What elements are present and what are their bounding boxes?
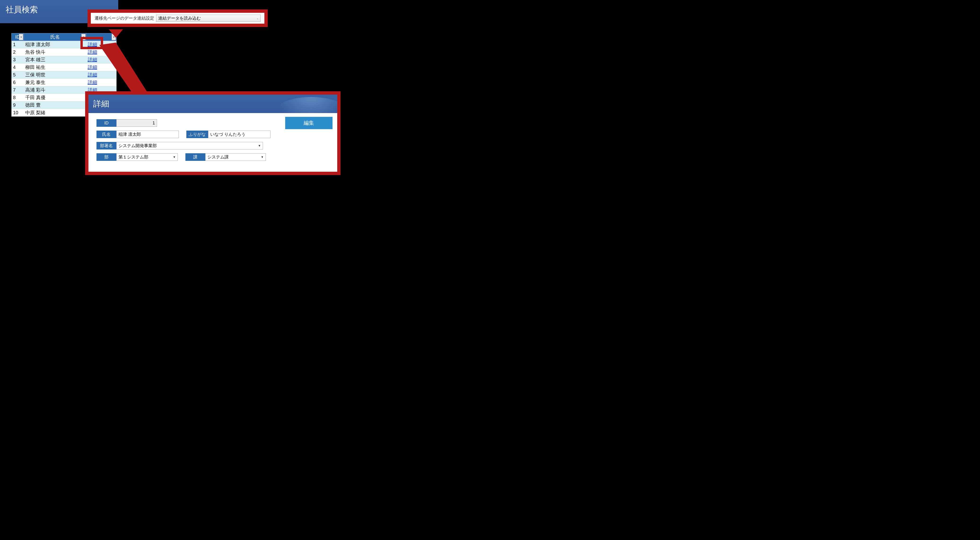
cell-name: 宮本 雄三 — [24, 56, 86, 64]
field-name-input[interactable]: 稲津 凛太郎 — [116, 131, 179, 138]
cell-name: 中原 梨緒 — [24, 109, 86, 116]
field-furigana: ふりがな いなづ りんたろう — [186, 131, 270, 138]
detail-body: 編集 ID 1 氏名 稲津 凛太郎 ふりがな いなづ りんたろう 部署名 システ… — [88, 113, 337, 172]
field-furigana-label: ふりがな — [186, 131, 208, 138]
transition-config-select[interactable]: 連結データを読み込む ⌄ — [156, 15, 261, 22]
field-name-label: 氏名 — [97, 131, 116, 138]
cell-id: 7 — [11, 86, 24, 94]
cell-action: 詳細 — [86, 71, 116, 79]
detail-link-highlight — [80, 37, 103, 49]
chevron-down-icon: ▼ — [173, 155, 176, 159]
detail-link[interactable]: 詳細 — [88, 72, 97, 77]
edit-button[interactable]: 編集 — [285, 117, 332, 129]
cell-id: 6 — [11, 79, 24, 86]
cell-name: 千田 真優 — [24, 94, 86, 102]
detail-header: 詳細 — [88, 95, 337, 113]
field-busho-label: 部署名 — [97, 142, 116, 150]
cell-id: 3 — [11, 56, 24, 64]
field-ka-select[interactable]: システム課 ▼ — [205, 153, 266, 161]
cell-id: 5 — [11, 71, 24, 79]
cell-action: 詳細 — [86, 79, 116, 86]
cell-name: 柳田 祐生 — [24, 64, 86, 71]
callout-tail-icon — [109, 29, 123, 38]
chevron-down-icon: ▼ — [261, 155, 264, 159]
cell-name: 兼元 泰生 — [24, 79, 86, 86]
table-row[interactable]: 2魚谷 快斗詳細 — [11, 48, 116, 56]
field-bu-select[interactable]: 第１システム部 ▼ — [116, 153, 178, 161]
cell-action: 詳細 — [86, 64, 116, 71]
table-row[interactable]: 3宮本 雄三詳細 — [11, 56, 116, 64]
table-row[interactable]: 6兼元 泰生詳細 — [11, 79, 116, 86]
cell-action: 詳細 — [86, 48, 116, 56]
transition-config-selected: 連結データを読み込む — [158, 16, 201, 21]
field-bu-label: 部 — [97, 153, 116, 161]
chevron-down-icon: ⌄ — [256, 17, 258, 20]
cell-name: 三保 明世 — [24, 71, 86, 79]
cell-name: 徳田 豊 — [24, 102, 86, 109]
cell-name: 稲津 凛太郎 — [24, 41, 86, 48]
cell-id: 1 — [11, 41, 24, 48]
detail-link[interactable]: 詳細 — [88, 80, 97, 85]
field-ka-label: 課 — [185, 153, 205, 161]
field-busho-select[interactable]: システム開発事業部 ▼ — [116, 142, 263, 150]
field-id-input[interactable]: 1 — [116, 119, 157, 127]
transition-config-label: 遷移先ページのデータ連結設定 — [95, 15, 154, 21]
field-id: ID 1 — [97, 119, 157, 127]
col-id-filter-icon[interactable]: ▾ — [19, 34, 23, 40]
table-row[interactable]: 4柳田 祐生詳細 — [11, 64, 116, 71]
field-busho: 部署名 システム開発事業部 ▼ — [97, 142, 329, 150]
col-id-header[interactable]: ID ▾ — [11, 33, 24, 41]
detail-title: 詳細 — [93, 99, 332, 109]
employee-detail-panel: 詳細 編集 ID 1 氏名 稲津 凛太郎 ふりがな いなづ りんたろう 部署名 — [85, 91, 340, 175]
cell-id: 9 — [11, 102, 24, 109]
cell-name: 高浦 彩斗 — [24, 86, 86, 94]
field-name: 氏名 稲津 凛太郎 — [97, 131, 179, 138]
cell-name: 魚谷 快斗 — [24, 48, 86, 56]
field-furigana-input[interactable]: いなづ りんたろう — [208, 131, 270, 138]
detail-link[interactable]: 詳細 — [88, 65, 97, 70]
cell-id: 4 — [11, 64, 24, 71]
table-row[interactable]: 5三保 明世詳細 — [11, 71, 116, 79]
col-name-header[interactable]: 氏名 ▾ — [24, 33, 86, 41]
cell-id: 2 — [11, 48, 24, 56]
field-id-label: ID — [97, 119, 116, 127]
chevron-down-icon: ▼ — [258, 144, 261, 147]
col-name-label: 氏名 — [49, 33, 61, 41]
cell-id: 10 — [11, 109, 24, 116]
cell-id: 8 — [11, 94, 24, 102]
field-ka: 課 システム課 ▼ — [185, 153, 266, 161]
transition-config-callout: 遷移先ページのデータ連結設定 連結データを読み込む ⌄ — [88, 10, 268, 27]
detail-link[interactable]: 詳細 — [88, 57, 97, 62]
edit-button-label: 編集 — [304, 119, 314, 127]
field-bu: 部 第１システム部 ▼ — [97, 153, 178, 161]
cell-action: 詳細 — [86, 56, 116, 64]
detail-link[interactable]: 詳細 — [88, 49, 97, 55]
